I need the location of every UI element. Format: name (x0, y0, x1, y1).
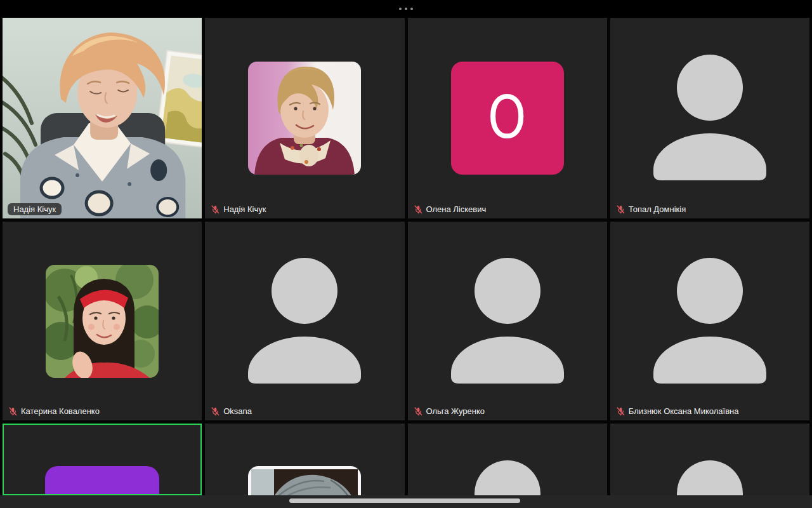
participant-name-label: Близнюк Оксана Миколаївна (629, 406, 739, 416)
participant-name-row: Ольга Журенко (414, 406, 485, 416)
person-silhouette-icon (247, 258, 362, 385)
participant-name-row: Топал Домнікія (617, 204, 686, 214)
top-bar (0, 0, 812, 18)
participant-tile[interactable]: O Олена Ліскевич (408, 18, 607, 218)
live-video-feed (3, 18, 202, 218)
participant-photo-avatar (248, 62, 361, 175)
participant-name-label: Надія Кічук (8, 203, 62, 215)
muted-mic-icon (414, 407, 422, 416)
grid-scrollbar-thumb[interactable] (289, 498, 520, 503)
muted-mic-icon (211, 407, 219, 416)
participant-tile-video[interactable]: Надія Кічук (3, 18, 202, 218)
participant-tile[interactable] (610, 424, 809, 495)
participant-name-row: Oksana (211, 406, 252, 416)
muted-mic-icon (617, 407, 625, 416)
avatar-initial: O (488, 89, 527, 147)
participant-name-label: Надія Кічук (223, 204, 266, 214)
participant-tile[interactable]: Близнюк Оксана Миколаївна (610, 222, 809, 420)
participant-tile[interactable]: Катерина Коваленко (3, 222, 202, 420)
participant-name-label: Катерина Коваленко (21, 406, 100, 416)
participant-tile[interactable]: Ольга Журенко (408, 222, 607, 420)
participant-name-label: Oksana (223, 406, 252, 416)
participant-name-label: Олена Ліскевич (426, 204, 487, 214)
person-silhouette-icon (653, 55, 767, 182)
participant-tile[interactable] (205, 424, 404, 495)
conference-window: Надія Кічук (0, 0, 812, 508)
person-silhouette-icon (653, 460, 767, 495)
participant-tile[interactable] (408, 424, 607, 495)
participant-tile-active-speaker[interactable] (3, 424, 202, 495)
person-silhouette-icon (653, 258, 767, 385)
person-silhouette-icon (450, 258, 565, 385)
participant-color-avatar (45, 466, 159, 495)
participants-grid: Надія Кічук (0, 18, 812, 495)
participant-photo-avatar (46, 265, 159, 378)
participant-tile[interactable]: Oksana (205, 222, 404, 420)
bottom-bar (0, 495, 812, 508)
muted-mic-icon (617, 205, 625, 214)
muted-mic-icon (9, 407, 17, 416)
participant-name-row: Близнюк Оксана Миколаївна (617, 406, 739, 416)
muted-mic-icon (414, 205, 422, 214)
participant-photo-avatar (248, 466, 361, 495)
participant-name-label: Топал Домнікія (629, 204, 686, 214)
participant-tile[interactable]: Топал Домнікія (610, 18, 809, 218)
muted-mic-icon (211, 205, 219, 214)
participant-name-row: Олена Ліскевич (414, 204, 487, 214)
participant-name-label: Ольга Журенко (426, 406, 485, 416)
more-options-icon[interactable] (399, 8, 413, 10)
participant-name-row: Надія Кічук (211, 204, 266, 214)
participant-initial-avatar: O (451, 62, 564, 175)
participant-name-row: Катерина Коваленко (9, 406, 100, 416)
person-silhouette-icon (450, 460, 565, 495)
participant-tile[interactable]: Надія Кічук (205, 18, 404, 218)
